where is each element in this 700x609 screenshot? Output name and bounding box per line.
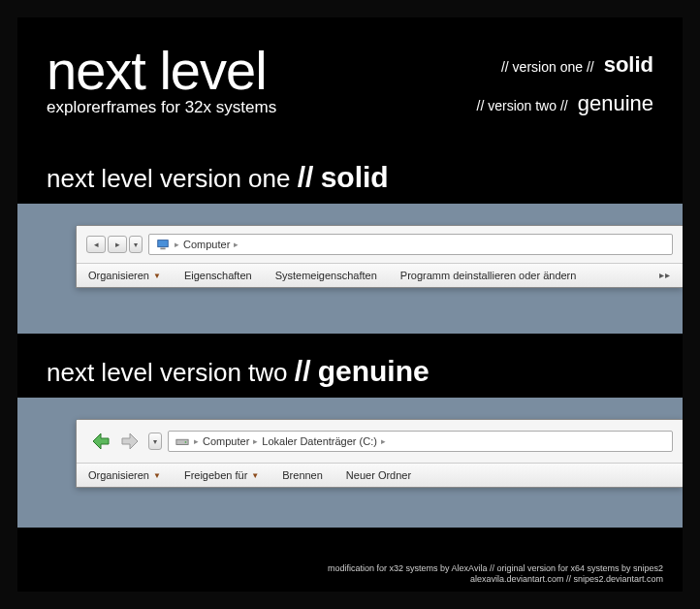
version-list: // version one // solid // version two /… bbox=[477, 45, 653, 130]
toolbar-share[interactable]: Freigeben für▼ bbox=[184, 469, 259, 481]
forward-button[interactable]: ▸ bbox=[108, 236, 127, 253]
chevron-right-icon: ▸ bbox=[381, 436, 386, 446]
caret-down-icon: ▼ bbox=[153, 272, 161, 280]
breadcrumb[interactable]: ▸ Computer ▸ bbox=[148, 234, 673, 255]
toolbar-properties[interactable]: Eigenschaften bbox=[184, 270, 252, 281]
svg-rect-0 bbox=[158, 240, 169, 247]
section-title-solid: next level version one // solid bbox=[17, 140, 683, 204]
spacer bbox=[599, 270, 636, 281]
section-title-genuine: next level version two // genuine bbox=[17, 334, 683, 398]
version-prefix: // version one // bbox=[501, 59, 594, 75]
slashes: // bbox=[295, 355, 311, 387]
section-prefix: next level version two bbox=[47, 358, 288, 387]
chevron-right-icon: ▸ bbox=[175, 240, 179, 249]
breadcrumb[interactable]: ▸ Computer ▸ Lokaler Datenträger (C:) ▸ bbox=[168, 431, 673, 452]
toolbar-burn[interactable]: Brennen bbox=[282, 469, 323, 481]
version-name-genuine: genuine bbox=[578, 91, 653, 116]
toolbar-organize[interactable]: Organisieren▼ bbox=[88, 469, 161, 481]
section-name: genuine bbox=[318, 355, 430, 387]
main-title: next level bbox=[47, 45, 276, 96]
toolbar-sysprops[interactable]: Systemeigenschaften bbox=[275, 270, 377, 281]
explorer-window: ▾ ▸ Computer ▸ Lokaler Datenträger (C:) … bbox=[76, 419, 683, 488]
header: next level explorerframes for 32x system… bbox=[17, 17, 683, 140]
nav-buttons: ▾ bbox=[86, 428, 162, 455]
svg-point-3 bbox=[185, 441, 187, 443]
computer-icon bbox=[155, 237, 171, 252]
preview-genuine: ▾ ▸ Computer ▸ Lokaler Datenträger (C:) … bbox=[17, 398, 683, 528]
section-name: solid bbox=[321, 161, 389, 193]
address-bar: ▾ ▸ Computer ▸ Lokaler Datenträger (C:) … bbox=[77, 420, 683, 463]
toolbar: Organisieren▼ Eigenschaften Systemeigens… bbox=[77, 263, 683, 287]
credits-line2: alexavila.deviantart.com // snipes2.devi… bbox=[328, 574, 663, 586]
history-dropdown[interactable]: ▾ bbox=[148, 433, 162, 450]
chevron-right-icon: ▸ bbox=[234, 240, 239, 249]
slashes: // bbox=[298, 161, 314, 193]
preview-solid: ◂ ▸ ▾ ▸ Computer ▸ Organisieren▼ Eigensc… bbox=[17, 204, 683, 334]
credits: modification for x32 systems by AlexAvil… bbox=[328, 563, 663, 586]
toolbar-newfolder[interactable]: Neuer Ordner bbox=[346, 469, 411, 481]
back-button[interactable]: ◂ bbox=[86, 236, 106, 253]
forward-arrow-button[interactable] bbox=[117, 428, 144, 455]
toolbar-organize[interactable]: Organisieren▼ bbox=[88, 270, 161, 281]
toolbar-more[interactable]: ▸▸ bbox=[659, 270, 671, 281]
breadcrumb-root: Computer bbox=[203, 435, 249, 447]
back-arrow-button[interactable] bbox=[86, 428, 113, 455]
caret-down-icon: ▼ bbox=[251, 471, 259, 480]
nav-buttons: ◂ ▸ ▾ bbox=[86, 236, 143, 253]
chevron-right-icon: ▸ bbox=[194, 436, 199, 446]
breadcrumb-drive: Lokaler Datenträger (C:) bbox=[262, 435, 377, 447]
version-row-one: // version one // solid bbox=[477, 52, 653, 78]
explorer-window: ◂ ▸ ▾ ▸ Computer ▸ Organisieren▼ Eigensc… bbox=[76, 225, 683, 288]
history-dropdown[interactable]: ▾ bbox=[129, 236, 143, 253]
toolbar: Organisieren▼ Freigeben für▼ Brennen Neu… bbox=[77, 463, 683, 487]
svg-rect-1 bbox=[160, 248, 165, 250]
version-prefix: // version two // bbox=[477, 98, 568, 113]
subtitle: explorerframes for 32x systems bbox=[47, 98, 276, 117]
title-block: next level explorerframes for 32x system… bbox=[47, 45, 276, 130]
credits-line1: modification for x32 systems by AlexAvil… bbox=[328, 563, 663, 575]
caret-down-icon: ▼ bbox=[153, 471, 161, 480]
version-name-solid: solid bbox=[604, 52, 653, 78]
breadcrumb-root: Computer bbox=[183, 239, 230, 250]
version-row-two: // version two // genuine bbox=[477, 91, 653, 116]
toolbar-uninstall[interactable]: Programm deinstallieren oder ändern bbox=[400, 270, 577, 281]
section-prefix: next level version one bbox=[47, 164, 290, 193]
address-bar: ◂ ▸ ▾ ▸ Computer ▸ bbox=[77, 226, 683, 263]
drive-icon bbox=[175, 433, 190, 449]
page: next level explorerframes for 32x system… bbox=[17, 17, 683, 592]
chevron-right-icon: ▸ bbox=[253, 436, 258, 446]
